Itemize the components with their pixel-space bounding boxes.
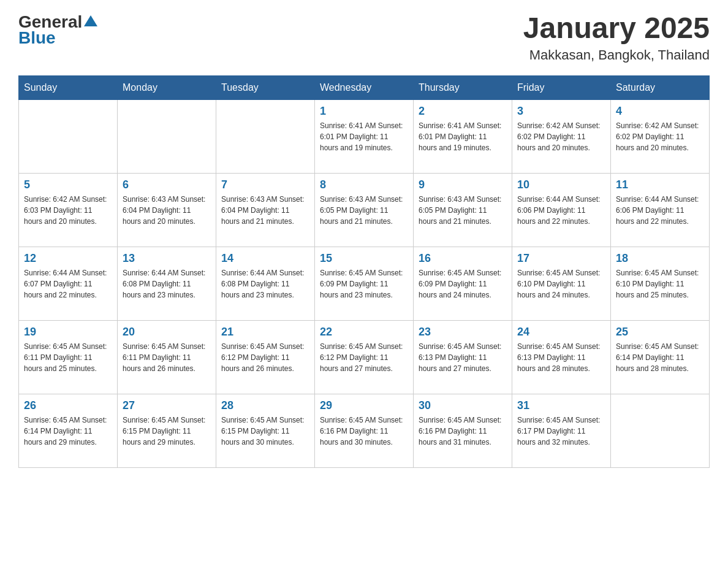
day-cell-20: 20Sunrise: 6:45 AM Sunset: 6:11 PM Dayli… bbox=[118, 320, 216, 394]
day-info: Sunrise: 6:43 AM Sunset: 6:04 PM Dayligh… bbox=[221, 194, 309, 227]
day-info: Sunrise: 6:45 AM Sunset: 6:11 PM Dayligh… bbox=[24, 341, 112, 374]
day-info: Sunrise: 6:45 AM Sunset: 6:10 PM Dayligh… bbox=[616, 267, 704, 301]
day-number: 1 bbox=[320, 105, 408, 118]
day-number: 9 bbox=[419, 178, 507, 191]
day-cell-17: 17Sunrise: 6:45 AM Sunset: 6:10 PM Dayli… bbox=[512, 247, 611, 320]
day-info: Sunrise: 6:45 AM Sunset: 6:14 PM Dayligh… bbox=[24, 415, 112, 448]
day-info: Sunrise: 6:44 AM Sunset: 6:08 PM Dayligh… bbox=[123, 267, 211, 301]
day-info: Sunrise: 6:42 AM Sunset: 6:02 PM Dayligh… bbox=[517, 120, 605, 153]
weekday-header-saturday: Saturday bbox=[611, 75, 710, 99]
logo-blue: Blue bbox=[18, 28, 97, 48]
day-info: Sunrise: 6:43 AM Sunset: 6:04 PM Dayligh… bbox=[123, 194, 211, 227]
day-cell-7: 7Sunrise: 6:43 AM Sunset: 6:04 PM Daylig… bbox=[216, 173, 315, 247]
week-row-3: 19Sunrise: 6:45 AM Sunset: 6:11 PM Dayli… bbox=[19, 320, 710, 394]
month-title: January 2025 bbox=[523, 12, 710, 45]
svg-marker-0 bbox=[84, 15, 97, 26]
day-cell-25: 25Sunrise: 6:45 AM Sunset: 6:14 PM Dayli… bbox=[611, 320, 710, 394]
day-number: 19 bbox=[24, 326, 112, 339]
day-info: Sunrise: 6:45 AM Sunset: 6:16 PM Dayligh… bbox=[419, 415, 507, 448]
day-cell-8: 8Sunrise: 6:43 AM Sunset: 6:05 PM Daylig… bbox=[315, 173, 414, 247]
day-cell-12: 12Sunrise: 6:44 AM Sunset: 6:07 PM Dayli… bbox=[19, 247, 118, 320]
day-info: Sunrise: 6:45 AM Sunset: 6:10 PM Dayligh… bbox=[517, 267, 605, 301]
day-cell-11: 11Sunrise: 6:44 AM Sunset: 6:06 PM Dayli… bbox=[611, 173, 710, 247]
day-number: 26 bbox=[24, 399, 112, 412]
day-number: 7 bbox=[221, 178, 309, 191]
day-info: Sunrise: 6:44 AM Sunset: 6:07 PM Dayligh… bbox=[24, 267, 112, 301]
day-cell-19: 19Sunrise: 6:45 AM Sunset: 6:11 PM Dayli… bbox=[19, 320, 118, 394]
day-number: 18 bbox=[616, 252, 704, 265]
day-number: 12 bbox=[24, 252, 112, 265]
day-cell-31: 31Sunrise: 6:45 AM Sunset: 6:17 PM Dayli… bbox=[512, 394, 611, 467]
day-info: Sunrise: 6:44 AM Sunset: 6:06 PM Dayligh… bbox=[616, 194, 704, 227]
day-info: Sunrise: 6:45 AM Sunset: 6:15 PM Dayligh… bbox=[221, 415, 309, 448]
week-row-0: 1Sunrise: 6:41 AM Sunset: 6:01 PM Daylig… bbox=[19, 99, 710, 173]
empty-cell bbox=[118, 99, 216, 173]
week-row-4: 26Sunrise: 6:45 AM Sunset: 6:14 PM Dayli… bbox=[19, 394, 710, 467]
weekday-header-monday: Monday bbox=[118, 75, 216, 99]
weekday-header-row: SundayMondayTuesdayWednesdayThursdayFrid… bbox=[19, 75, 710, 99]
day-info: Sunrise: 6:42 AM Sunset: 6:03 PM Dayligh… bbox=[24, 194, 112, 227]
day-number: 24 bbox=[517, 326, 605, 339]
weekday-header-thursday: Thursday bbox=[414, 75, 512, 99]
day-info: Sunrise: 6:43 AM Sunset: 6:05 PM Dayligh… bbox=[419, 194, 507, 227]
day-info: Sunrise: 6:45 AM Sunset: 6:12 PM Dayligh… bbox=[320, 341, 408, 374]
day-cell-18: 18Sunrise: 6:45 AM Sunset: 6:10 PM Dayli… bbox=[611, 247, 710, 320]
day-info: Sunrise: 6:45 AM Sunset: 6:13 PM Dayligh… bbox=[517, 341, 605, 374]
day-number: 31 bbox=[517, 399, 605, 412]
day-cell-1: 1Sunrise: 6:41 AM Sunset: 6:01 PM Daylig… bbox=[315, 99, 414, 173]
day-number: 29 bbox=[320, 399, 408, 412]
day-cell-30: 30Sunrise: 6:45 AM Sunset: 6:16 PM Dayli… bbox=[414, 394, 512, 467]
day-number: 23 bbox=[419, 326, 507, 339]
day-cell-28: 28Sunrise: 6:45 AM Sunset: 6:15 PM Dayli… bbox=[216, 394, 315, 467]
day-number: 5 bbox=[24, 178, 112, 191]
day-cell-15: 15Sunrise: 6:45 AM Sunset: 6:09 PM Dayli… bbox=[315, 247, 414, 320]
day-cell-6: 6Sunrise: 6:43 AM Sunset: 6:04 PM Daylig… bbox=[118, 173, 216, 247]
day-cell-9: 9Sunrise: 6:43 AM Sunset: 6:05 PM Daylig… bbox=[414, 173, 512, 247]
location-title: Makkasan, Bangkok, Thailand bbox=[523, 47, 710, 63]
day-info: Sunrise: 6:41 AM Sunset: 6:01 PM Dayligh… bbox=[320, 120, 408, 153]
day-info: Sunrise: 6:45 AM Sunset: 6:16 PM Dayligh… bbox=[320, 415, 408, 448]
calendar-table: SundayMondayTuesdayWednesdayThursdayFrid… bbox=[18, 75, 710, 468]
day-cell-26: 26Sunrise: 6:45 AM Sunset: 6:14 PM Dayli… bbox=[19, 394, 118, 467]
day-number: 8 bbox=[320, 178, 408, 191]
weekday-header-wednesday: Wednesday bbox=[315, 75, 414, 99]
title-section: January 2025 Makkasan, Bangkok, Thailand bbox=[523, 12, 710, 63]
empty-cell bbox=[19, 99, 118, 173]
day-cell-2: 2Sunrise: 6:41 AM Sunset: 6:01 PM Daylig… bbox=[414, 99, 512, 173]
logo-triangle-icon bbox=[84, 14, 97, 28]
day-number: 6 bbox=[123, 178, 211, 191]
day-number: 13 bbox=[123, 252, 211, 265]
day-number: 15 bbox=[320, 252, 408, 265]
day-cell-5: 5Sunrise: 6:42 AM Sunset: 6:03 PM Daylig… bbox=[19, 173, 118, 247]
day-info: Sunrise: 6:45 AM Sunset: 6:09 PM Dayligh… bbox=[320, 267, 408, 301]
day-info: Sunrise: 6:41 AM Sunset: 6:01 PM Dayligh… bbox=[419, 120, 507, 153]
day-number: 28 bbox=[221, 399, 309, 412]
day-number: 4 bbox=[616, 105, 704, 118]
weekday-header-tuesday: Tuesday bbox=[216, 75, 315, 99]
day-info: Sunrise: 6:45 AM Sunset: 6:09 PM Dayligh… bbox=[419, 267, 507, 301]
empty-cell bbox=[216, 99, 315, 173]
day-info: Sunrise: 6:45 AM Sunset: 6:14 PM Dayligh… bbox=[616, 341, 704, 374]
day-number: 3 bbox=[517, 105, 605, 118]
day-number: 30 bbox=[419, 399, 507, 412]
day-number: 20 bbox=[123, 326, 211, 339]
day-cell-3: 3Sunrise: 6:42 AM Sunset: 6:02 PM Daylig… bbox=[512, 99, 611, 173]
day-info: Sunrise: 6:45 AM Sunset: 6:13 PM Dayligh… bbox=[419, 341, 507, 374]
logo: General Blue bbox=[18, 12, 97, 48]
day-number: 2 bbox=[419, 105, 507, 118]
day-cell-21: 21Sunrise: 6:45 AM Sunset: 6:12 PM Dayli… bbox=[216, 320, 315, 394]
day-cell-16: 16Sunrise: 6:45 AM Sunset: 6:09 PM Dayli… bbox=[414, 247, 512, 320]
page-header: General Blue January 2025 Makkasan, Bang… bbox=[18, 12, 710, 63]
day-info: Sunrise: 6:44 AM Sunset: 6:06 PM Dayligh… bbox=[517, 194, 605, 227]
day-number: 17 bbox=[517, 252, 605, 265]
day-cell-24: 24Sunrise: 6:45 AM Sunset: 6:13 PM Dayli… bbox=[512, 320, 611, 394]
day-info: Sunrise: 6:45 AM Sunset: 6:17 PM Dayligh… bbox=[517, 415, 605, 448]
day-number: 22 bbox=[320, 326, 408, 339]
day-cell-14: 14Sunrise: 6:44 AM Sunset: 6:08 PM Dayli… bbox=[216, 247, 315, 320]
weekday-header-friday: Friday bbox=[512, 75, 611, 99]
day-info: Sunrise: 6:45 AM Sunset: 6:15 PM Dayligh… bbox=[123, 415, 211, 448]
day-cell-4: 4Sunrise: 6:42 AM Sunset: 6:02 PM Daylig… bbox=[611, 99, 710, 173]
day-number: 25 bbox=[616, 326, 704, 339]
day-cell-23: 23Sunrise: 6:45 AM Sunset: 6:13 PM Dayli… bbox=[414, 320, 512, 394]
week-row-1: 5Sunrise: 6:42 AM Sunset: 6:03 PM Daylig… bbox=[19, 173, 710, 247]
